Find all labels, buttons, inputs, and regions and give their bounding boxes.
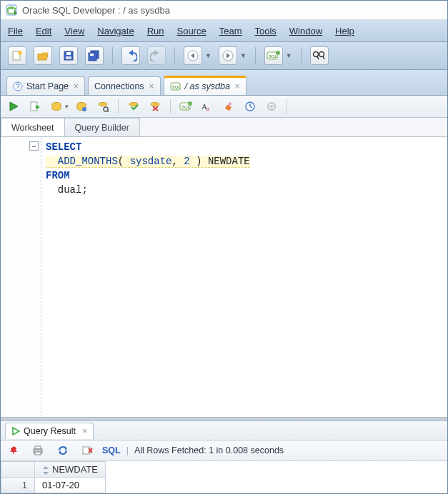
svg-point-33	[82, 107, 86, 111]
tab-as-sysdba[interactable]: SQL / as sysdba ×	[164, 76, 247, 95]
svg-marker-61	[43, 472, 49, 475]
svg-line-36	[107, 111, 109, 112]
tab-connections[interactable]: Connections ×	[88, 76, 161, 95]
save-all-button[interactable]	[85, 46, 104, 65]
sql-history-button[interactable]	[242, 98, 259, 115]
refresh-button[interactable]	[54, 441, 72, 460]
svg-point-1	[8, 6, 15, 9]
svg-marker-30	[36, 105, 40, 109]
menubar: File Edit View Navigate Run Source Team …	[1, 20, 447, 42]
close-icon[interactable]: ×	[82, 426, 87, 436]
nav-fwd-button[interactable]	[219, 46, 237, 65]
svg-point-21	[319, 52, 324, 57]
sql-code[interactable]: SELECT ADD_MONTHS( sysdate, 2 ) NEWDATE …	[41, 137, 447, 417]
status-separator: |	[126, 445, 129, 455]
commit-button[interactable]	[125, 98, 142, 115]
open-button[interactable]	[34, 46, 52, 65]
titlebar: Oracle SQL Developer : / as sysdba	[1, 1, 447, 20]
svg-point-50	[270, 105, 273, 108]
svg-point-38	[151, 103, 159, 106]
toolbar-separator	[174, 47, 175, 64]
toolbar-separator	[112, 47, 113, 64]
svg-line-22	[317, 56, 319, 59]
worksheet-toolbar: ▾ SQL Aa	[1, 96, 447, 118]
main-toolbar: ▼ ▼ SQL ▼	[1, 42, 447, 70]
menu-source[interactable]: Source	[176, 26, 206, 36]
explain-plan-button[interactable]	[48, 98, 65, 115]
svg-point-34	[99, 103, 107, 106]
tab-label: Query Result	[24, 426, 76, 436]
nav-back-button[interactable]	[184, 46, 202, 65]
undo-button[interactable]	[121, 46, 140, 65]
table-row[interactable]: 1 01-07-20	[1, 478, 106, 493]
print-button[interactable]	[29, 441, 48, 460]
explain-dropdown[interactable]: ▾	[65, 103, 69, 110]
menu-team[interactable]: Team	[219, 26, 242, 36]
menu-view[interactable]: View	[64, 26, 84, 36]
menu-window[interactable]: Window	[289, 26, 322, 36]
close-icon[interactable]: ×	[74, 81, 79, 91]
svg-marker-60	[43, 466, 49, 469]
menu-run[interactable]: Run	[147, 26, 164, 36]
svg-text:SQL: SQL	[171, 85, 181, 89]
unshared-worksheet-button[interactable]: SQL	[177, 98, 194, 115]
toolbar-separator	[287, 99, 287, 114]
clear-button[interactable]	[220, 98, 237, 115]
menu-edit[interactable]: Edit	[36, 26, 51, 36]
result-grid[interactable]: NEWDATE 1 01-07-20	[1, 461, 447, 493]
svg-rect-54	[35, 452, 41, 455]
tab-query-builder[interactable]: Query Builder	[64, 118, 140, 136]
svg-marker-56	[59, 450, 61, 455]
svg-rect-52	[35, 446, 41, 449]
window-title: Oracle SQL Developer : / as sysdba	[22, 5, 170, 16]
worksheet-tabs: Worksheet Query Builder	[1, 118, 447, 137]
result-tabstrip: Query Result ×	[1, 421, 447, 440]
grid-corner	[1, 462, 35, 478]
nav-back-dropdown[interactable]: ▼	[205, 52, 211, 59]
rollback-button[interactable]	[146, 98, 164, 115]
editor-gutter: −	[1, 137, 41, 417]
menu-help[interactable]: Help	[335, 26, 354, 36]
svg-marker-12	[154, 50, 159, 56]
sql-tuning-button[interactable]	[94, 98, 111, 115]
column-header-newdate[interactable]: NEWDATE	[35, 462, 106, 478]
svg-text:a: a	[206, 105, 209, 112]
sql-worksheet-dropdown[interactable]: ▼	[286, 52, 292, 59]
save-button[interactable]	[59, 46, 78, 65]
svg-point-19	[276, 51, 280, 55]
toolbar-separator	[170, 99, 171, 114]
close-icon[interactable]: ×	[149, 81, 154, 91]
run-icon	[11, 427, 20, 435]
menu-file[interactable]: File	[8, 26, 23, 36]
autotrace-button[interactable]	[73, 98, 90, 115]
sql-editor[interactable]: − SELECT ADD_MONTHS( sysdate, 2 ) NEWDAT…	[1, 137, 447, 417]
svg-rect-7	[66, 56, 71, 59]
sql-worksheet-button[interactable]: SQL	[264, 46, 283, 65]
tab-worksheet[interactable]: Worksheet	[1, 118, 65, 136]
tab-start-page[interactable]: ? Start Page ×	[6, 76, 85, 95]
sql-label[interactable]: SQL	[102, 445, 121, 455]
fold-icon[interactable]: −	[29, 141, 39, 151]
new-button[interactable]	[8, 46, 26, 65]
svg-rect-57	[83, 447, 90, 454]
run-script-button[interactable]	[26, 98, 44, 115]
delete-button[interactable]	[78, 441, 96, 460]
nav-fwd-dropdown[interactable]: ▼	[240, 52, 247, 59]
find-button[interactable]	[310, 46, 329, 65]
worksheet-icon: SQL	[170, 81, 181, 91]
svg-text:?: ?	[16, 83, 20, 91]
menu-tools[interactable]: Tools	[254, 26, 276, 36]
pin-button[interactable]	[5, 441, 24, 460]
settings-button[interactable]	[263, 98, 280, 115]
svg-point-43	[188, 101, 192, 106]
menu-navigate[interactable]: Navigate	[97, 26, 134, 36]
cell-newdate[interactable]: 01-07-20	[35, 478, 106, 493]
run-statement-button[interactable]	[5, 98, 22, 115]
close-icon[interactable]: ×	[235, 81, 240, 91]
redo-button[interactable]	[147, 46, 166, 65]
app-icon	[5, 4, 18, 16]
tab-query-result[interactable]: Query Result ×	[5, 423, 94, 439]
change-case-button[interactable]: Aa	[199, 98, 216, 115]
tab-label: Connections	[94, 81, 144, 91]
svg-text:SQL: SQL	[181, 105, 191, 109]
